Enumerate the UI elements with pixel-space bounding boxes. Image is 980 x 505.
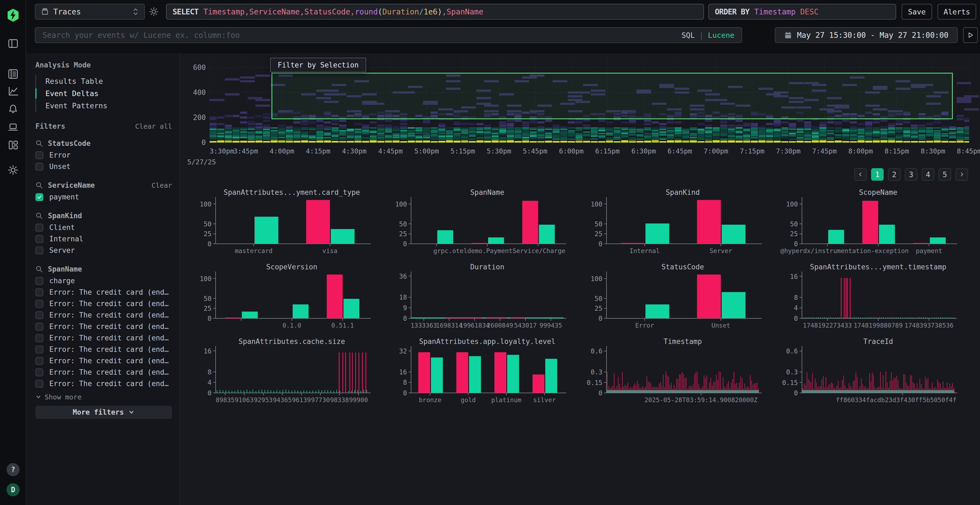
source-select[interactable]: Traces [35, 4, 145, 20]
select-query-input[interactable]: SELECT Timestamp,ServiceName,StatusCode,… [166, 4, 704, 20]
help-button[interactable]: ? [6, 463, 20, 476]
sessions-laptop-icon[interactable] [0, 122, 26, 132]
select-keyword: SELECT [173, 7, 199, 16]
checkbox-unchecked[interactable] [35, 277, 43, 285]
query-token: ,SpanName [442, 7, 484, 16]
svg-text:18: 18 [399, 294, 407, 301]
filter-option-label: Error: The credit card (end… [49, 368, 169, 376]
search-input[interactable] [35, 31, 681, 40]
svg-text:0.6: 0.6 [591, 348, 603, 355]
filter-group-statuscode: StatusCodeErrorUnset [35, 137, 172, 172]
search-icon[interactable] [35, 265, 43, 273]
query-token: ( [378, 7, 382, 16]
filter-option-label: Error: The credit card (end… [49, 357, 169, 365]
checkbox-unchecked[interactable] [35, 224, 43, 232]
user-avatar[interactable]: D [6, 483, 20, 496]
analysis-mode-item-event-patterns[interactable]: Event Patterns [36, 100, 172, 112]
chart-explorer-icon[interactable] [0, 86, 26, 97]
svg-text:96139: 96139 [292, 397, 310, 403]
checkbox-unchecked[interactable] [35, 346, 43, 353]
mini-chart-loyalty-level: SpanAttributes.app.loyalty.level081632br… [386, 336, 569, 409]
filter-option[interactable]: Server [35, 245, 172, 256]
filter-option[interactable]: Error: The credit card (end… [35, 355, 172, 367]
mini-chart-card-type: SpanAttributes...yment.card_type02550100… [191, 187, 374, 260]
filter-option-label: charge [49, 277, 75, 285]
svg-text:8: 8 [403, 379, 407, 386]
filter-option[interactable]: Client [35, 222, 172, 233]
checkbox-unchecked[interactable] [35, 288, 43, 296]
filter-option[interactable]: Error [35, 149, 172, 161]
mode-sql[interactable]: SQL [681, 31, 695, 40]
alerts-bell-icon[interactable] [0, 103, 26, 114]
dashboards-icon[interactable] [0, 140, 26, 151]
filter-option[interactable]: Error: The credit card (end… [35, 332, 172, 344]
checkbox-unchecked[interactable] [35, 380, 43, 388]
checkbox-checked[interactable] [35, 193, 43, 201]
panel-toggle-icon[interactable] [0, 38, 26, 49]
alerts-button[interactable]: Alerts [937, 4, 976, 20]
show-more-button[interactable]: Show more [35, 392, 172, 402]
svg-text:50: 50 [595, 221, 603, 228]
svg-text:25: 25 [204, 230, 212, 238]
filter-group-header: StatusCode [35, 137, 172, 149]
filter-option[interactable]: Error: The credit card (end… [35, 378, 172, 389]
event-log-icon[interactable] [0, 68, 26, 79]
more-filters-button[interactable]: More filters [35, 406, 172, 419]
filter-option[interactable]: Internal [35, 233, 172, 245]
checkbox-unchecked[interactable] [35, 323, 43, 330]
svg-text:4: 4 [208, 379, 212, 386]
checkbox-unchecked[interactable] [35, 368, 43, 376]
svg-text:8: 8 [208, 368, 212, 376]
filter-group-clear-button[interactable]: Clear [152, 181, 172, 189]
filter-option[interactable]: payment [35, 191, 172, 203]
filter-group-header: SpanName [35, 263, 172, 275]
analysis-mode-item-results-table[interactable]: Results Table [36, 75, 172, 87]
checkbox-unchecked[interactable] [35, 334, 43, 342]
search-icon[interactable] [35, 212, 43, 219]
mini-chart-trace-id: TraceId00.150.30.6ff860334facdb23d3f430f… [777, 336, 960, 409]
checkbox-unchecked[interactable] [35, 163, 43, 171]
filter-option[interactable]: Error: The credit card (end… [35, 321, 172, 332]
filter-option[interactable]: Error: The credit card (end… [35, 344, 172, 355]
run-query-button[interactable] [963, 27, 978, 43]
clear-all-button[interactable]: Clear all [135, 122, 172, 130]
filter-option[interactable]: Error: The credit card (end… [35, 298, 172, 310]
checkbox-unchecked[interactable] [35, 311, 43, 319]
checkbox-unchecked[interactable] [35, 235, 43, 243]
filters-title: Filters [35, 122, 65, 130]
save-button[interactable]: Save [902, 4, 932, 20]
svg-text:0: 0 [208, 389, 212, 397]
date-range-picker[interactable]: May 27 15:30:00 - May 27 21:00:00 [775, 27, 958, 43]
analysis-mode-item-event-deltas[interactable]: Event Deltas [36, 87, 172, 100]
checkbox-unchecked[interactable] [35, 246, 43, 254]
svg-text:89835: 89835 [216, 397, 234, 403]
filter-option[interactable]: Error: The credit card (end… [35, 310, 172, 321]
checkbox-unchecked[interactable] [35, 300, 43, 308]
app-logo[interactable] [0, 8, 26, 22]
source-settings-gear-icon[interactable] [149, 6, 159, 18]
svg-text:50: 50 [204, 295, 212, 303]
filter-group-spanname: SpanNamechargeError: The credit card (en… [35, 263, 172, 389]
svg-text:94365: 94365 [273, 397, 291, 403]
svg-text:100: 100 [200, 275, 212, 283]
filter-by-selection-button[interactable]: Filter by Selection [270, 58, 366, 72]
filter-option[interactable]: Unset [35, 161, 172, 172]
source-select-label: Traces [53, 7, 81, 16]
mini-chart-duration: Duration09183613333631698314199618342600… [386, 262, 569, 334]
source-archive-icon [41, 8, 49, 16]
svg-text:0.1.0: 0.1.0 [282, 322, 301, 329]
svg-text:0.3: 0.3 [786, 368, 798, 376]
svg-text:100: 100 [200, 200, 212, 208]
mini-chart-span-name: SpanName02550100grpc.oteldemo.PaymentSer… [386, 187, 569, 260]
filter-option-label: Error: The credit card (end… [49, 322, 169, 330]
filter-option[interactable]: charge [35, 275, 172, 286]
order-by-input[interactable]: ORDER BY Timestamp DESC [708, 4, 896, 20]
mode-lucene[interactable]: Lucene [708, 31, 735, 40]
checkbox-unchecked[interactable] [35, 151, 43, 159]
search-icon[interactable] [35, 140, 43, 147]
filter-option[interactable]: Error: The credit card (end… [35, 367, 172, 378]
team-settings-gear-icon[interactable] [0, 165, 26, 176]
filter-option[interactable]: Error: The credit card (end… [35, 286, 172, 298]
search-icon[interactable] [35, 181, 43, 189]
checkbox-unchecked[interactable] [35, 357, 43, 365]
